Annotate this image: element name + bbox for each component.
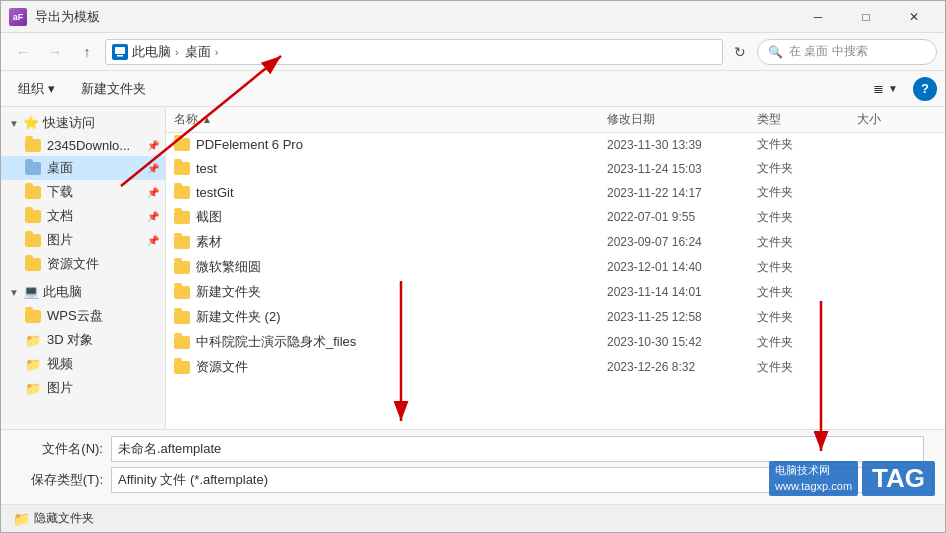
- folder-icon: [174, 261, 190, 274]
- sidebar-item-label: 图片: [47, 231, 73, 249]
- table-row[interactable]: PDFelement 6 Pro 2023-11-30 13:39 文件夹: [166, 133, 945, 157]
- search-bar[interactable]: 🔍 在 桌面 中搜索: [757, 39, 937, 65]
- folder-icon: [25, 162, 41, 175]
- chevron-down-icon: ▼: [9, 118, 19, 129]
- table-row[interactable]: 微软繁细圆 2023-12-01 14:40 文件夹: [166, 255, 945, 280]
- refresh-button[interactable]: ↻: [727, 39, 753, 65]
- organize-label: 组织 ▾: [18, 80, 55, 98]
- file-type: 文件夹: [757, 359, 857, 376]
- chevron-down-icon: ▼: [9, 287, 19, 298]
- sidebar-item-label: WPS云盘: [47, 307, 103, 325]
- file-date: 2023-10-30 15:42: [607, 335, 757, 349]
- file-date: 2023-11-30 13:39: [607, 138, 757, 152]
- table-row[interactable]: 新建文件夹 2023-11-14 14:01 文件夹: [166, 280, 945, 305]
- maximize-button[interactable]: □: [843, 2, 889, 32]
- sidebar-item-3d[interactable]: 📁 3D 对象: [1, 328, 165, 352]
- svg-rect-1: [117, 55, 123, 57]
- app-icon: aF: [9, 8, 27, 26]
- this-pc-header[interactable]: ▼ 💻 此电脑: [1, 280, 165, 304]
- file-date: 2022-07-01 9:55: [607, 210, 757, 224]
- pin-icon: 📌: [147, 235, 159, 246]
- main-content: ▼ ⭐ 快速访问 2345Downlo... 📌 桌面 📌 下载 📌: [1, 107, 945, 429]
- table-row[interactable]: testGit 2023-11-22 14:17 文件夹: [166, 181, 945, 205]
- sidebar-item-label: 3D 对象: [47, 331, 93, 349]
- folder-icon: [174, 236, 190, 249]
- sidebar-item-resources[interactable]: 资源文件: [1, 252, 165, 276]
- view-button[interactable]: ≣ ▼: [866, 76, 905, 102]
- file-date: 2023-12-26 8:32: [607, 360, 757, 374]
- file-date: 2023-11-22 14:17: [607, 186, 757, 200]
- folder-icon: [174, 211, 190, 224]
- sidebar-item-label: 2345Downlo...: [47, 138, 130, 153]
- col-type-header[interactable]: 类型: [757, 111, 857, 128]
- quick-access-header[interactable]: ▼ ⭐ 快速访问: [1, 111, 165, 135]
- sidebar-item-wps-cloud[interactable]: WPS云盘: [1, 304, 165, 328]
- filetype-value: Affinity 文件 (*.aftemplate): [118, 471, 268, 489]
- file-date: 2023-11-14 14:01: [607, 285, 757, 299]
- this-pc-label: 💻 此电脑: [23, 283, 82, 301]
- address-bar[interactable]: 此电脑 › 桌面 ›: [105, 39, 723, 65]
- table-row[interactable]: 资源文件 2023-12-26 8:32 文件夹: [166, 355, 945, 380]
- file-date: 2023-12-01 14:40: [607, 260, 757, 274]
- watermark-tag: TAG: [862, 461, 935, 496]
- filename-label: 文件名(N):: [13, 440, 103, 458]
- back-button[interactable]: ←: [9, 39, 37, 65]
- folder-icon: 📁: [25, 357, 41, 372]
- table-row[interactable]: test 2023-11-24 15:03 文件夹: [166, 157, 945, 181]
- forward-button[interactable]: →: [41, 39, 69, 65]
- search-icon: 🔍: [768, 45, 783, 59]
- file-name: 资源文件: [196, 358, 248, 376]
- filename-input[interactable]: [111, 436, 924, 462]
- hide-folders-label: 隐藏文件夹: [34, 510, 94, 527]
- close-button[interactable]: ✕: [891, 2, 937, 32]
- file-list-container: 名称 ▲ 修改日期 类型 大小 PDFelement 6 Pro 2023-11: [166, 107, 945, 429]
- pin-icon: 📌: [147, 163, 159, 174]
- sidebar-item-pictures2[interactable]: 📁 图片: [1, 376, 165, 400]
- col-size-header[interactable]: 大小: [857, 111, 937, 128]
- sidebar-item-desktop[interactable]: 桌面 📌: [1, 156, 165, 180]
- sidebar-item-label: 桌面: [47, 159, 73, 177]
- pin-icon: 📌: [147, 187, 159, 198]
- new-folder-label: 新建文件夹: [81, 80, 146, 98]
- action-toolbar: 组织 ▾ 新建文件夹 ≣ ▼ ?: [1, 71, 945, 107]
- minimize-button[interactable]: ─: [795, 2, 841, 32]
- col-name-header[interactable]: 名称 ▲: [174, 111, 607, 128]
- folder-icon: [174, 361, 190, 374]
- col-date-header[interactable]: 修改日期: [607, 111, 757, 128]
- table-row[interactable]: 中科院院士演示隐身术_files 2023-10-30 15:42 文件夹: [166, 330, 945, 355]
- folder-icon: [25, 234, 41, 247]
- quick-access-section: ▼ ⭐ 快速访问 2345Downlo... 📌 桌面 📌 下载 📌: [1, 111, 165, 276]
- folder-icon: [25, 210, 41, 223]
- organize-button[interactable]: 组织 ▾: [9, 76, 64, 102]
- pc-icon: [112, 44, 128, 60]
- nav-toolbar: ← → ↑ 此电脑 › 桌面 › ↻ 🔍 在 桌面 中搜索: [1, 33, 945, 71]
- help-button[interactable]: ?: [913, 77, 937, 101]
- file-name: 截图: [196, 208, 222, 226]
- sidebar-item-pictures[interactable]: 图片 📌: [1, 228, 165, 252]
- up-button[interactable]: ↑: [73, 39, 101, 65]
- file-date: 2023-11-24 15:03: [607, 162, 757, 176]
- sidebar-item-2345downloads[interactable]: 2345Downlo... 📌: [1, 135, 165, 156]
- new-folder-button[interactable]: 新建文件夹: [72, 76, 155, 102]
- file-type: 文件夹: [757, 309, 857, 326]
- breadcrumb-desktop: 桌面 ›: [185, 43, 221, 61]
- filetype-label: 保存类型(T):: [13, 471, 103, 489]
- file-name: 微软繁细圆: [196, 258, 261, 276]
- folder-icon: [25, 186, 41, 199]
- file-name: test: [196, 161, 217, 176]
- file-name: 新建文件夹 (2): [196, 308, 281, 326]
- folder-icon: [25, 258, 41, 271]
- table-row[interactable]: 素材 2023-09-07 16:24 文件夹: [166, 230, 945, 255]
- sidebar-item-videos[interactable]: 📁 视频: [1, 352, 165, 376]
- sidebar-item-documents[interactable]: 文档 📌: [1, 204, 165, 228]
- folder-icon: [174, 336, 190, 349]
- watermark: 电脑技术网 www.tagxp.com TAG: [769, 461, 935, 496]
- watermark-text: 电脑技术网 www.tagxp.com: [769, 461, 858, 496]
- table-row[interactable]: 新建文件夹 (2) 2023-11-25 12:58 文件夹: [166, 305, 945, 330]
- file-type: 文件夹: [757, 284, 857, 301]
- file-name: testGit: [196, 185, 234, 200]
- folder-icon: 📁: [25, 333, 41, 348]
- table-row[interactable]: 截图 2022-07-01 9:55 文件夹: [166, 205, 945, 230]
- file-type: 文件夹: [757, 259, 857, 276]
- sidebar-item-downloads[interactable]: 下载 📌: [1, 180, 165, 204]
